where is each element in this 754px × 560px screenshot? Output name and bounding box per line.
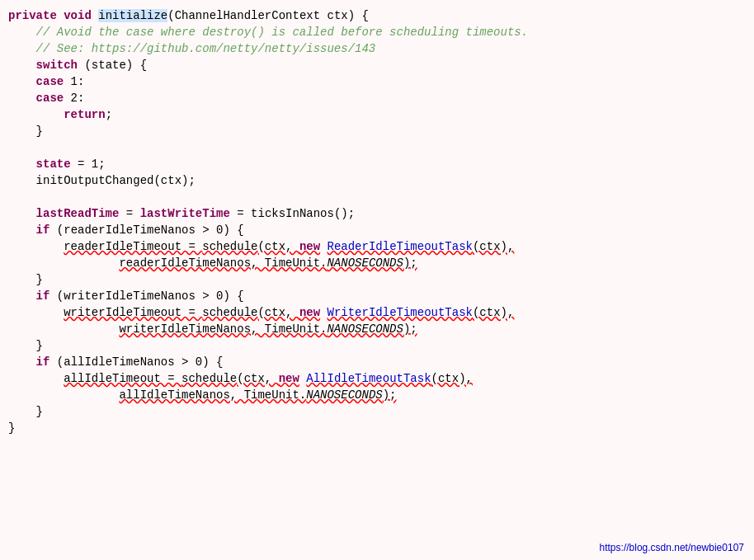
code-container: private void initialize(ChannelHandlerCo… <box>0 0 754 560</box>
code-line: switch (state) { <box>0 58 754 74</box>
code-line: // Avoid the case where destroy() is cal… <box>0 25 754 41</box>
code-line <box>0 140 754 157</box>
watermark: https://blog.csdn.net/newbie0107 <box>600 542 744 553</box>
code-line: private void initialize(ChannelHandlerCo… <box>0 8 754 25</box>
code-line: writerIdleTimeout = schedule(ctx, new Wr… <box>0 305 754 322</box>
code-line: readerIdleTimeNanos, TimeUnit.NANOSECOND… <box>0 256 754 272</box>
code-line: if (allIdleTimeNanos > 0) { <box>0 355 754 371</box>
code-line: initOutputChanged(ctx); <box>0 173 754 190</box>
code-line: if (readerIdleTimeNanos > 0) { <box>0 223 754 239</box>
code-line: } <box>0 404 754 421</box>
code-line: } <box>0 272 754 289</box>
code-lines: private void initialize(ChannelHandlerCo… <box>0 8 754 437</box>
code-line: } <box>0 124 754 140</box>
code-line: allIdleTimeNanos, TimeUnit.NANOSECONDS); <box>0 388 754 404</box>
code-line: case 1: <box>0 74 754 91</box>
code-line: if (writerIdleTimeNanos > 0) { <box>0 289 754 305</box>
code-line: } <box>0 338 754 355</box>
code-line: state = 1; <box>0 157 754 173</box>
code-line: readerIdleTimeout = schedule(ctx, new Re… <box>0 239 754 256</box>
code-line: } <box>0 421 754 437</box>
code-line <box>0 190 754 206</box>
code-line: // See: https://github.com/netty/netty/i… <box>0 41 754 58</box>
code-line: case 2: <box>0 91 754 107</box>
code-line: lastReadTime = lastWriteTime = ticksInNa… <box>0 206 754 223</box>
code-line: writerIdleTimeNanos, TimeUnit.NANOSECOND… <box>0 322 754 338</box>
code-line: return; <box>0 107 754 124</box>
code-line: allIdleTimeout = schedule(ctx, new AllId… <box>0 371 754 388</box>
